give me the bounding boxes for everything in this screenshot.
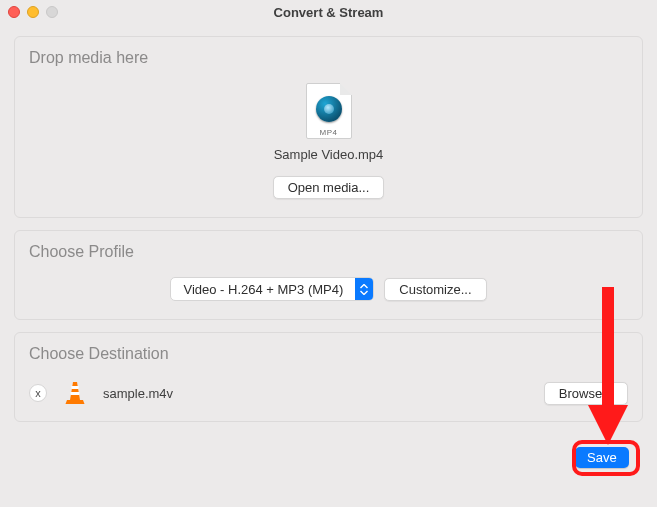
destination-panel: Choose Destination x sample.m4v Browse..… — [14, 332, 643, 422]
profile-title: Choose Profile — [29, 243, 628, 261]
content: Drop media here MP4 Sample Video.mp4 Ope… — [0, 24, 657, 422]
quicktime-icon — [316, 96, 342, 122]
svg-rect-1 — [71, 392, 80, 395]
media-filename: Sample Video.mp4 — [274, 147, 384, 162]
browse-button[interactable]: Browse... — [544, 382, 628, 405]
drop-media-title: Drop media here — [29, 49, 628, 67]
drop-media-panel: Drop media here MP4 Sample Video.mp4 Ope… — [14, 36, 643, 218]
drop-area[interactable]: MP4 Sample Video.mp4 Open media... — [29, 77, 628, 199]
clear-destination-button[interactable]: x — [29, 384, 47, 402]
save-button[interactable]: Save — [575, 447, 629, 468]
svg-rect-0 — [71, 386, 78, 389]
profile-select[interactable]: Video - H.264 + MP3 (MP4) — [170, 277, 374, 301]
select-stepper-icon — [355, 278, 373, 300]
destination-title: Choose Destination — [29, 345, 628, 363]
profile-panel: Choose Profile Video - H.264 + MP3 (MP4)… — [14, 230, 643, 320]
destination-filename: sample.m4v — [103, 386, 530, 401]
profile-select-value: Video - H.264 + MP3 (MP4) — [171, 282, 355, 297]
titlebar: Convert & Stream — [0, 0, 657, 24]
customize-button[interactable]: Customize... — [384, 278, 486, 301]
open-media-button[interactable]: Open media... — [273, 176, 385, 199]
vlc-cone-icon — [61, 381, 89, 405]
window-title: Convert & Stream — [0, 5, 657, 20]
media-file-icon: MP4 — [306, 83, 352, 139]
window: Convert & Stream Drop media here MP4 Sam… — [0, 0, 657, 507]
file-type-badge: MP4 — [306, 128, 352, 137]
